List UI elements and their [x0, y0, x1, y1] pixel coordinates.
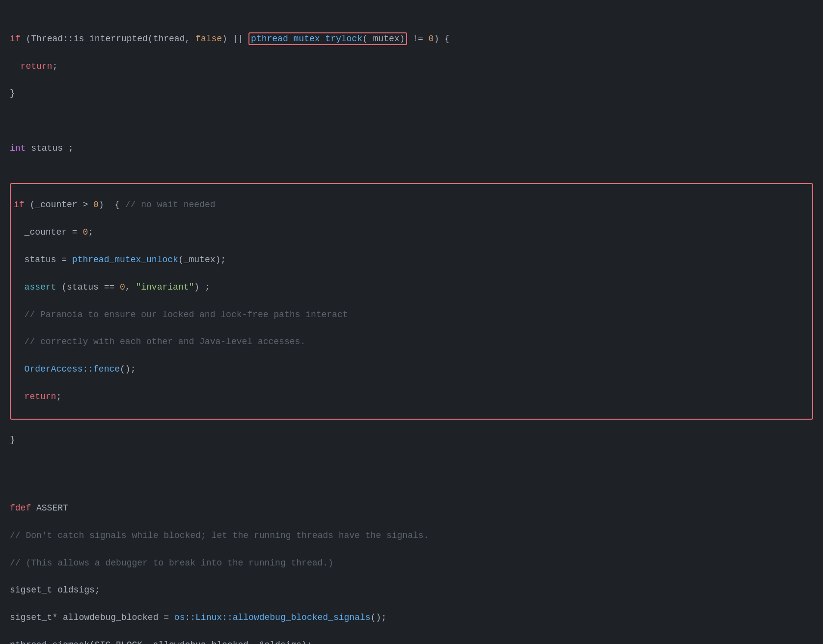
line-13: } [10, 433, 813, 447]
line-15: // Don't catch signals while blocked; le… [10, 529, 813, 543]
line-19: pthread_sigmask(SIG_BLOCK, allowdebug_bl… [10, 639, 813, 644]
line-17: sigset_t oldsigs; [10, 584, 813, 597]
line-6: _counter = 0; [14, 226, 809, 240]
line-2: return; [10, 60, 813, 74]
line-11: OrderAccess::fence(); [14, 363, 809, 376]
line-9: // Paranoia to ensure our locked and loc… [14, 308, 809, 322]
line-blank-2 [10, 474, 813, 488]
line-16: // (This allows a debugger to break into… [10, 557, 813, 570]
line-blank-1 [10, 114, 813, 128]
line-18: sigset_t* allowdebug_blocked = os::Linux… [10, 611, 813, 625]
line-5: if (_counter > 0) { // no wait needed [14, 198, 809, 212]
code-editor: if (Thread::is_interrupted(thread, false… [10, 5, 813, 644]
line-3: } [10, 87, 813, 101]
line-12: return; [14, 390, 809, 404]
if-counter-block: if (_counter > 0) { // no wait needed _c… [10, 183, 813, 420]
line-14: fdef ASSERT [10, 502, 813, 515]
line-10: // correctly with each other and Java-le… [14, 335, 809, 349]
line-1: if (Thread::is_interrupted(thread, false… [10, 32, 813, 46]
line-8: assert (status == 0, "invariant") ; [14, 281, 809, 295]
line-7: status = pthread_mutex_unlock(_mutex); [14, 253, 809, 267]
line-4: int status ; [10, 142, 813, 156]
